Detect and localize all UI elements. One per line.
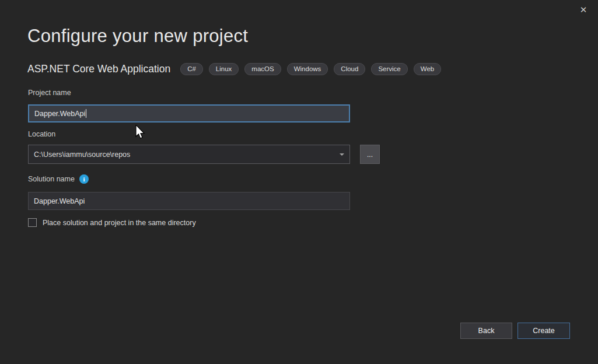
project-name-input[interactable]: Dapper.WebApi: [28, 104, 350, 123]
template-tag: macOS: [244, 63, 281, 75]
info-icon[interactable]: i: [79, 174, 89, 184]
template-tag: Windows: [287, 63, 328, 75]
same-directory-row: Place solution and project in the same d…: [28, 218, 196, 227]
template-tag: C#: [180, 63, 203, 75]
chevron-down-icon: [340, 153, 344, 156]
location-value: C:\Users\iammu\source\repos: [34, 150, 130, 159]
browse-button[interactable]: ...: [360, 145, 380, 164]
create-button[interactable]: Create: [517, 323, 570, 339]
template-tag-list: C#LinuxmacOSWindowsCloudServiceWeb: [180, 63, 441, 75]
footer-buttons: Back Create: [460, 323, 570, 339]
location-label: Location: [28, 130, 55, 138]
template-tag: Web: [414, 63, 441, 75]
configure-project-dialog: ✕ Configure your new project ASP.NET Cor…: [0, 0, 598, 364]
solution-name-value: Dapper.WebApi: [34, 197, 85, 205]
template-tag: Service: [371, 63, 407, 75]
same-directory-checkbox[interactable]: [28, 218, 37, 227]
project-name-value: Dapper.WebApi: [34, 110, 85, 118]
template-tag: Cloud: [334, 63, 365, 75]
back-button[interactable]: Back: [460, 323, 512, 339]
template-info-row: ASP.NET Core Web Application C#LinuxmacO…: [27, 63, 441, 75]
solution-name-label-row: Solution name i: [28, 174, 89, 184]
solution-name-input[interactable]: Dapper.WebApi: [28, 192, 350, 210]
same-directory-label: Place solution and project in the same d…: [43, 219, 196, 227]
close-icon[interactable]: ✕: [577, 4, 590, 16]
solution-name-label: Solution name: [28, 175, 75, 183]
template-tag: Linux: [209, 63, 239, 75]
location-combobox[interactable]: C:\Users\iammu\source\repos: [28, 145, 350, 164]
text-caret: [86, 109, 86, 118]
project-name-label: Project name: [28, 89, 71, 97]
template-name: ASP.NET Core Web Application: [27, 63, 170, 75]
page-title: Configure your new project: [27, 26, 248, 47]
mouse-cursor-icon: [135, 125, 146, 140]
